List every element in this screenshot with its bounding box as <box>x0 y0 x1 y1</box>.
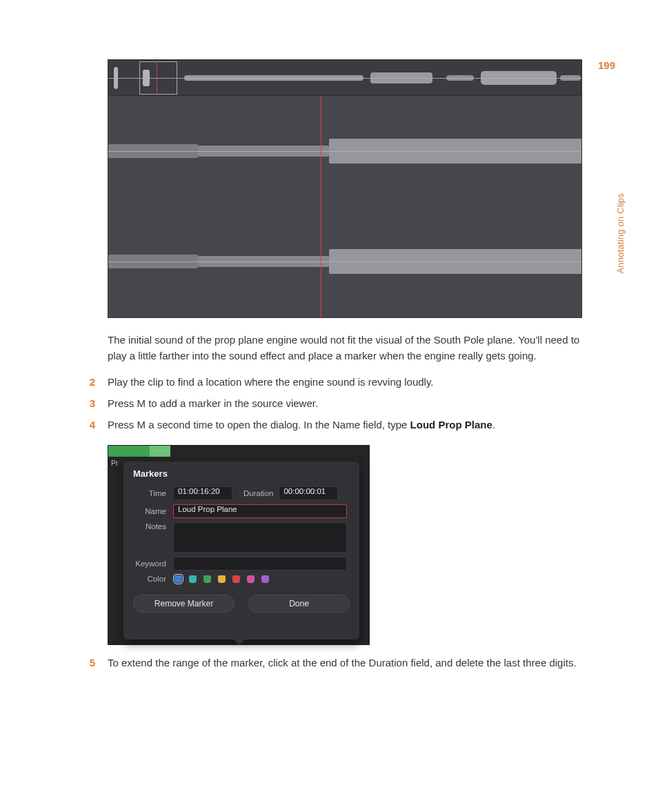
step-number: 2 <box>83 374 108 390</box>
step-text-prefix: Press M a second time to open the dialog… <box>108 419 410 430</box>
step-item: 2 Play the clip to find a location where… <box>108 374 584 390</box>
waveform-playhead <box>321 96 321 317</box>
step-text-bold: Loud Prop Plane <box>410 419 492 430</box>
waveform-channel-left <box>108 96 581 206</box>
color-swatch-purple[interactable] <box>261 575 269 583</box>
color-label: Color <box>133 575 173 583</box>
color-swatch-blue[interactable] <box>175 575 182 583</box>
step-text: Play the clip to find a location where t… <box>108 374 584 390</box>
duration-label: Duration <box>232 489 279 497</box>
step-item: 5 To extend the range of the marker, cli… <box>108 655 584 671</box>
step-text: To extend the range of the marker, click… <box>108 655 584 671</box>
step-number: 5 <box>83 655 108 671</box>
page-number: 199 <box>598 59 615 71</box>
color-swatch-yellow[interactable] <box>218 575 226 583</box>
panel-tab-label: Pr <box>111 459 118 467</box>
step-item: 3 Press M to add a marker in the source … <box>108 395 584 411</box>
step-text-suffix: . <box>492 419 495 430</box>
name-input[interactable]: Loud Prop Plane <box>173 504 347 518</box>
color-swatch-teal[interactable] <box>189 575 197 583</box>
page-content: The initial sound of the prop plane engi… <box>108 59 584 671</box>
waveform-figure <box>108 59 582 318</box>
keyword-input[interactable] <box>173 557 347 571</box>
waveform-overview-strip <box>108 60 581 96</box>
step-number: 4 <box>83 417 108 433</box>
done-button[interactable]: Done <box>248 595 350 613</box>
overview-playhead <box>157 61 157 95</box>
keyword-label: Keyword <box>133 560 173 568</box>
overview-selection-box <box>139 61 177 95</box>
color-swatch-red[interactable] <box>232 575 240 583</box>
time-label: Time <box>133 489 173 497</box>
steps-list: 2 Play the clip to find a location where… <box>108 374 584 433</box>
duration-input[interactable]: 00:00:00:01 <box>279 486 338 500</box>
color-swatch-pink[interactable] <box>247 575 255 583</box>
step-number: 3 <box>83 395 108 411</box>
clip-strip <box>108 446 369 457</box>
step-text: Press M a second time to open the dialog… <box>108 417 584 433</box>
intro-paragraph: The initial sound of the prop plane engi… <box>108 332 584 364</box>
markers-dialog-figure: Pr Markers Time 01:00:16:20 Duration 00:… <box>108 445 370 645</box>
section-side-label: Annotating on Clips <box>615 193 626 274</box>
waveform-channel-right <box>108 206 581 317</box>
color-swatch-green[interactable] <box>203 575 211 583</box>
notes-label: Notes <box>133 522 173 531</box>
remove-marker-button[interactable]: Remove Marker <box>133 595 235 613</box>
step-text: Press M to add a marker in the source vi… <box>108 395 584 411</box>
name-label: Name <box>133 507 173 515</box>
markers-dialog: Markers Time 01:00:16:20 Duration 00:00:… <box>123 462 359 640</box>
time-input[interactable]: 01:00:16:20 <box>173 486 232 500</box>
dialog-title: Markers <box>123 462 359 484</box>
notes-input[interactable] <box>173 522 347 553</box>
color-swatch-row <box>173 575 269 583</box>
step-item: 4 Press M a second time to open the dial… <box>108 417 584 433</box>
